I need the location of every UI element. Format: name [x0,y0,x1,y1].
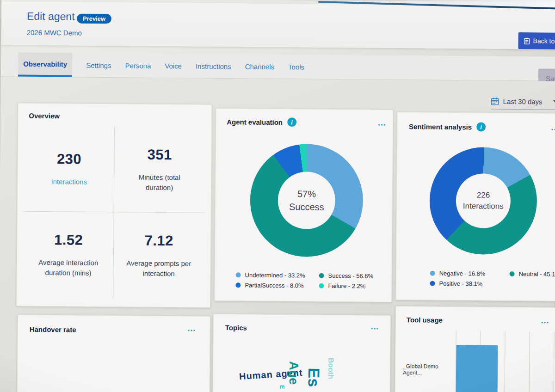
legend-dot [235,282,240,288]
gridline [553,332,554,392]
handover-rate-card: Handover rate [17,315,210,392]
legend-label: Negative - 16.8% [439,270,486,277]
legend-item: Neutral - 45.1% [510,270,555,278]
agent-evaluation-legend: Undetermined - 33.2% Success - 56.6% Par… [235,271,373,289]
legend-label: Neutral - 45.1% [519,270,555,278]
tab-tools[interactable]: Tools [288,55,304,79]
tab-settings[interactable]: Settings [86,53,111,77]
sentiment-analysis-title: Sentiment analysis [409,122,472,131]
clipboard-icon [524,37,530,44]
legend-item: PartialSuccess - 8.0% [235,282,308,289]
more-menu-icon[interactable] [551,127,555,132]
legend-dot [319,283,324,288]
overview-card-title: Overview [29,112,60,120]
sentiment-legend: Negative - 16.8% Neutral - 45.1% Positiv… [430,270,555,288]
back-to-list-label: Back to list [533,37,555,45]
legend-item: Success - 56.6% [319,272,374,280]
legend-dot [236,272,241,277]
gridline [504,331,505,392]
tab-persona[interactable]: Persona [125,53,151,77]
date-range-label: Last 30 days [503,97,543,105]
metric-label: Average interaction duration (mins) [36,257,101,278]
donut-center-value: 57% [297,187,316,200]
more-menu-icon[interactable] [188,327,196,333]
donut-center-label: 57% Success [278,172,335,229]
agent-evaluation-donut-chart: 57% Success [250,144,364,257]
bar-global-demo-agent[interactable] [456,345,498,392]
legend-label: Positive - 38.1% [439,280,482,288]
legend-dot [319,273,324,278]
donut-center-value: 226 [477,190,490,201]
agent-evaluation-title: Agent evaluation [227,118,283,126]
legend-item: Failure - 2.2% [319,282,373,290]
legend-label: Failure - 2.2% [328,282,365,290]
metric-value: 1.52 [54,232,83,248]
legend-label: PartialSuccess - 8.0% [245,282,303,289]
overview-metrics-grid: 230 Interactions 351 Minutes (total dura… [23,126,205,299]
donut-center-text: Success [289,200,324,214]
tool-usage-card: Tool usage _Global Demo Agent... [395,306,555,392]
metric-value: 230 [57,151,82,167]
tab-channels[interactable]: Channels [245,54,274,78]
info-icon[interactable] [476,122,486,131]
page-title: Edit agent [27,10,75,23]
handover-rate-title: Handover rate [30,325,76,334]
word-cloud-term[interactable]: E [279,385,286,389]
legend-item: Positive - 38.1% [430,280,499,288]
tab-voice[interactable]: Voice [165,54,182,78]
info-icon[interactable] [287,117,296,127]
legend-dot [430,271,435,276]
legend-label: Undetermined - 33.2% [245,271,305,279]
sentiment-donut-chart: 226 Interactions [429,147,537,255]
more-menu-icon[interactable] [541,319,549,325]
gridline [529,331,530,392]
tab-bar: Observability Settings Persona Voice Ins… [1,52,555,81]
date-range-dropdown[interactable]: Last 30 days [491,93,555,110]
metric-label: Minutes (total duration) [126,172,192,193]
sentiment-analysis-card: Sentiment analysis 226 Interactions Nega… [395,112,555,301]
tab-observability[interactable]: Observability [18,53,72,77]
word-cloud-term[interactable]: Es [305,368,323,387]
preview-badge: Preview [77,14,111,24]
bar-category-label: _Global Demo Agent... [403,363,455,376]
word-cloud-term[interactable]: Age [286,361,301,385]
donut-center-text: Interactions [463,201,504,212]
donut-center-label: 226 Interactions [456,173,511,228]
topics-card: Topics Human agent E Age Es Booth [212,314,391,392]
metric-value: 351 [147,147,172,163]
metric-interactions: 230 Interactions [24,126,115,213]
agent-evaluation-card: Agent evaluation 57% Success Undetermine… [214,108,393,302]
legend-item: Negative - 16.8% [430,270,500,277]
metric-value: 7.12 [144,233,173,249]
legend-dot [510,271,515,276]
chevron-down-icon [553,100,555,103]
back-to-list-button[interactable]: Back to list [518,32,555,49]
metric-avg-duration: 1.52 Average interaction duration (mins) [23,212,114,299]
agent-name: 2026 MWC Demo [27,29,82,37]
metric-label-link[interactable]: Interactions [51,177,87,187]
more-menu-icon[interactable] [378,122,387,128]
overview-card: Overview 230 Interactions 351 Minutes (t… [16,103,212,308]
tool-usage-title: Tool usage [407,316,443,324]
legend-dot [430,281,435,286]
page-header: Edit agent Preview 2026 MWC Demo Back to… [1,1,555,49]
topics-title: Topics [225,324,247,331]
screen: Edit agent Preview 2026 MWC Demo Back to… [0,0,555,392]
tool-usage-bar-chart [455,331,555,392]
metric-avg-prompts: 7.12 Average prompts per interaction [113,212,204,299]
legend-item: Undetermined - 33.2% [236,271,309,279]
metric-label: Average prompts per interaction [126,258,192,279]
word-cloud-term[interactable]: Booth [327,358,335,379]
legend-label: Success - 56.6% [328,272,374,280]
more-menu-icon[interactable] [371,326,379,331]
metric-minutes: 351 Minutes (total duration) [114,126,205,213]
tab-instructions[interactable]: Instructions [196,54,231,79]
calendar-icon [491,97,499,105]
